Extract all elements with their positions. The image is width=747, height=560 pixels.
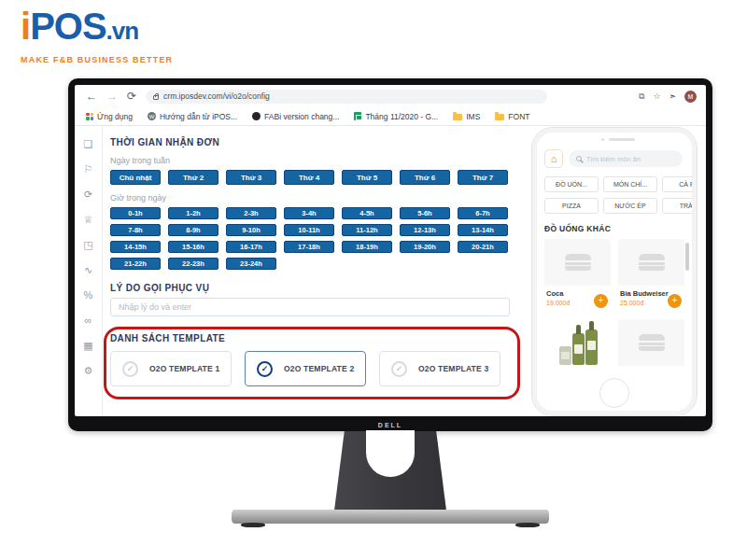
- chat-icon[interactable]: ❑: [84, 139, 93, 149]
- address-bar[interactable]: crm.iposdev.com/vi/o2o/config: [146, 90, 547, 104]
- hour-button[interactable]: 22-23h: [168, 258, 218, 270]
- megaphone-icon[interactable]: ⚐: [84, 164, 93, 175]
- hour-button[interactable]: 5-6h: [400, 207, 450, 219]
- bookmark-folder-ims[interactable]: IMS: [453, 112, 480, 121]
- burger-placeholder-icon: [565, 254, 591, 271]
- category-chip[interactable]: NƯỚC ÉP: [603, 198, 657, 214]
- hour-button[interactable]: 1-2h: [168, 207, 218, 219]
- day-button[interactable]: Chủ nhật: [110, 170, 161, 185]
- menu-item-next[interactable]: [618, 319, 684, 366]
- burger-placeholder-icon: [639, 334, 665, 351]
- hour-button[interactable]: 8-9h: [168, 224, 218, 236]
- hour-button[interactable]: 3-4h: [284, 207, 334, 219]
- bookmark-sheet[interactable]: Tháng 11/2020 - G...: [354, 112, 438, 121]
- day-button[interactable]: Thứ 4: [284, 170, 334, 185]
- stand-cable-hole: [366, 430, 415, 477]
- add-item-button[interactable]: +: [668, 294, 682, 308]
- day-button[interactable]: Thứ 6: [400, 170, 450, 185]
- hour-button[interactable]: 17-18h: [284, 241, 334, 253]
- home-icon[interactable]: ⌂: [544, 149, 563, 168]
- hour-button[interactable]: 15-16h: [168, 241, 218, 253]
- menu-item-coca[interactable]: Coca 19.000đ +: [544, 239, 611, 312]
- hour-button[interactable]: 6-7h: [458, 207, 508, 219]
- hour-button[interactable]: 4-5h: [342, 207, 392, 219]
- profile-avatar[interactable]: M: [684, 91, 697, 103]
- template-card-1[interactable]: ✓ O2O TEMPLATE 1: [110, 351, 232, 386]
- apps-grid-icon: [86, 113, 93, 120]
- image-icon[interactable]: ▦: [83, 341, 92, 351]
- hour-button[interactable]: 9-10h: [226, 224, 276, 236]
- back-icon[interactable]: ←: [86, 91, 97, 102]
- media-control-icon[interactable]: ⧉: [639, 91, 644, 102]
- template-card-3[interactable]: ✓ O2O TEMPLATE 3: [379, 351, 500, 386]
- hour-button[interactable]: 23-24h: [226, 258, 276, 270]
- food-search-input[interactable]: Tìm kiếm món ăn: [569, 150, 683, 167]
- chart-icon[interactable]: ∿: [84, 265, 92, 275]
- hour-button[interactable]: 2-3h: [226, 207, 276, 219]
- category-chip[interactable]: TRÀ S: [662, 198, 692, 214]
- hour-button[interactable]: 10-11h: [284, 224, 334, 236]
- hour-button[interactable]: 16-17h: [226, 241, 276, 253]
- wordpress-icon: W: [148, 112, 156, 120]
- category-chip[interactable]: ĐỒ UỐN...: [544, 176, 599, 192]
- bookmark-star-icon[interactable]: ☆: [653, 91, 660, 101]
- menu-item-beer-photo[interactable]: [544, 319, 611, 366]
- monitor-stand-base: [232, 510, 549, 524]
- monitor-frame: ← → ⟳ crm.iposdev.com/vi/o2o/config ⧉ ☆ …: [68, 78, 712, 431]
- item-image-placeholder: [618, 239, 684, 286]
- dell-logo: DELL: [68, 422, 712, 428]
- hour-button[interactable]: 11-12h: [342, 224, 392, 236]
- day-button[interactable]: Thứ 7: [458, 170, 508, 185]
- menu-item-bia-budweiser[interactable]: Bia Budweiser 25.000đ +: [618, 239, 684, 312]
- forward-icon[interactable]: →: [106, 91, 118, 102]
- hour-button[interactable]: 21-22h: [110, 258, 161, 270]
- phone-screen: ⌂ Tìm kiếm món ăn ĐỒ UỐN... MÓN CHÍ... C…: [537, 133, 692, 411]
- tag-icon[interactable]: ◳: [83, 240, 92, 250]
- day-button[interactable]: Thứ 3: [226, 170, 276, 185]
- extensions-icon[interactable]: ➣: [669, 91, 676, 101]
- bookmark-label: IMS: [466, 112, 480, 121]
- hour-button[interactable]: 13-14h: [458, 224, 508, 236]
- bookmark-fabi[interactable]: FABi version chang...: [252, 112, 339, 121]
- phone-speaker: [544, 138, 692, 141]
- bookmark-apps[interactable]: Ứng dụng: [86, 112, 133, 121]
- hour-button[interactable]: 0-1h: [110, 207, 161, 219]
- template-list: ✓ O2O TEMPLATE 1 ✓ O2O TEMPLATE 2 ✓ O2O …: [110, 351, 521, 386]
- hour-button[interactable]: 12-13h: [400, 224, 450, 236]
- bookmark-huong-dan[interactable]: W Hướng dẫn từ iPOS...: [148, 112, 237, 121]
- beer-bottles-image: [557, 322, 599, 367]
- spreadsheet-icon: [354, 112, 361, 120]
- menu-section-title: ĐỒ UỐNG KHÁC: [544, 224, 692, 233]
- hour-button[interactable]: 18-19h: [342, 241, 392, 253]
- reload-icon[interactable]: ⟳: [127, 91, 136, 102]
- add-item-button[interactable]: +: [594, 294, 608, 308]
- time-section-title: THỜI GIAN NHẬN ĐƠN: [110, 137, 519, 147]
- stand-foot: [515, 523, 540, 527]
- item-photo: [544, 319, 611, 366]
- template-label: O2O TEMPLATE 3: [418, 364, 488, 373]
- hour-button[interactable]: 14-15h: [110, 241, 161, 253]
- category-chip[interactable]: MÓN CHÍ...: [603, 176, 657, 192]
- days-row: Chủ nhật Thứ 2 Thứ 3 Thứ 4 Thứ 5 Thứ 6 T…: [110, 170, 519, 185]
- link-icon[interactable]: ∞: [85, 315, 92, 326]
- template-card-2-selected[interactable]: ✓ O2O TEMPLATE 2: [245, 351, 366, 386]
- toolbar-right: ⧉ ☆ ➣ M: [639, 91, 697, 103]
- day-button[interactable]: Thứ 2: [168, 170, 218, 185]
- settings-icon[interactable]: ⚙: [84, 366, 93, 376]
- reason-input[interactable]: [110, 298, 510, 316]
- category-chip[interactable]: PIZZA: [544, 198, 599, 214]
- hour-button[interactable]: 19-20h: [400, 241, 450, 253]
- sync-icon[interactable]: ⟳: [84, 189, 92, 200]
- config-main: THỜI GIAN NHẬN ĐƠN Ngày trong tuần Chủ n…: [103, 126, 529, 416]
- hour-button[interactable]: 7-8h: [110, 224, 161, 236]
- bookmark-folder-font[interactable]: FONT: [495, 112, 529, 121]
- phone-home-button[interactable]: [599, 378, 629, 408]
- burger-placeholder-icon: [639, 254, 665, 271]
- hour-button[interactable]: 20-21h: [458, 241, 508, 253]
- crown-icon[interactable]: ♕: [84, 215, 93, 225]
- hours-label: Giờ trong ngày: [110, 193, 519, 203]
- phone-scrollbar[interactable]: [685, 243, 689, 271]
- percent-icon[interactable]: %: [84, 290, 93, 301]
- category-chip[interactable]: CÀ PH: [662, 176, 692, 192]
- day-button[interactable]: Thứ 5: [342, 170, 392, 185]
